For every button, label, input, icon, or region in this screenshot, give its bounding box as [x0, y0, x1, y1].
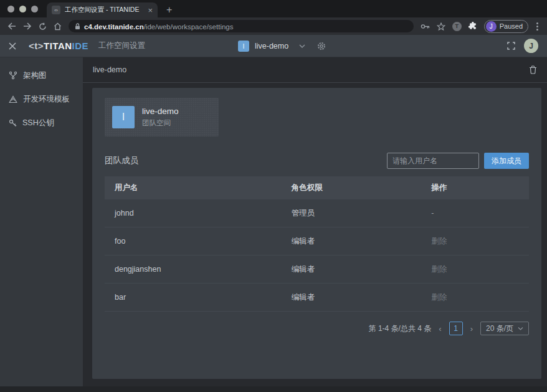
cell-action: -	[431, 209, 529, 218]
workspace-badge: l	[238, 41, 249, 52]
browser-tabstrip: ‹› 工作空间设置 - TITANIDE × +	[0, 0, 547, 17]
page-size-select[interactable]: 20 条/页	[480, 322, 529, 335]
page-size-value: 20 条/页	[486, 323, 513, 334]
team-members-title: 团队成员	[105, 155, 138, 166]
extension-badge-icon[interactable]: T	[452, 22, 462, 31]
sidebar-item-architecture[interactable]: 架构图	[0, 64, 83, 87]
template-icon	[9, 95, 17, 103]
bookmark-star-icon[interactable]	[437, 22, 445, 31]
add-member-button[interactable]: 添加成员	[484, 153, 529, 169]
table-row: dengjianshen 编辑者 删除	[105, 256, 529, 284]
team-members-header: 团队成员 添加成员	[105, 153, 529, 169]
sidebar-item-label: SSH公钥	[22, 118, 54, 128]
lock-icon	[75, 23, 80, 30]
breadcrumb-row: live-demo	[83, 57, 547, 83]
profile-avatar: J	[486, 21, 497, 32]
table-row: bar 编辑者 删除	[105, 284, 529, 312]
app-close-icon[interactable]	[9, 42, 16, 50]
workspace-card-name: live-demo	[142, 107, 179, 116]
main-band: 架构图 开发环境模板 SSH公钥 live-demo	[0, 57, 547, 386]
password-key-icon[interactable]	[421, 24, 430, 29]
pagination-summary: 第 1-4 条/总共 4 条	[369, 323, 432, 334]
home-icon[interactable]	[54, 22, 62, 31]
extensions-puzzle-icon[interactable]	[469, 22, 477, 31]
macos-traffic-lights	[0, 0, 47, 17]
table-header-row: 用户名 角色权限 操作	[105, 176, 529, 199]
sync-paused-label: Paused	[500, 22, 523, 30]
sidebar: 架构图 开发环境模板 SSH公钥	[0, 57, 83, 386]
cell-role: 编辑者	[292, 236, 432, 247]
url-host: c4.dev.titanide.cn	[84, 23, 144, 31]
cell-username: johnd	[105, 209, 292, 218]
workspace-card-text: live-demo 团队空间	[142, 107, 179, 128]
cell-username: foo	[105, 237, 292, 246]
col-header-action: 操作	[431, 183, 529, 193]
app-header: <t>TITANIDE 工作空间设置 l live-demo J	[0, 35, 547, 57]
logo-accent: IDE	[72, 41, 89, 51]
delete-member-link[interactable]: 删除	[431, 292, 529, 303]
next-page-icon[interactable]: ›	[469, 324, 474, 333]
table-row: foo 编辑者 删除	[105, 227, 529, 256]
chevron-down-icon	[518, 327, 523, 330]
key-icon	[9, 119, 17, 127]
cell-role: 管理员	[292, 208, 432, 219]
browser-window: ‹› 工作空间设置 - TITANIDE × + c4.dev.titanide…	[0, 0, 547, 392]
content-area: live-demo l live-demo 团队空间 团队成员	[83, 57, 547, 386]
tab-close-icon[interactable]: ×	[148, 6, 153, 14]
url-path: /ide/web/workspace/settings	[144, 23, 234, 31]
prev-page-icon[interactable]: ‹	[437, 324, 442, 333]
table-row: johnd 管理员 -	[105, 199, 529, 227]
cell-username: bar	[105, 293, 292, 302]
tab-favicon-icon: ‹›	[52, 6, 60, 14]
cell-username: dengjianshen	[105, 265, 292, 274]
sidebar-item-dev-template[interactable]: 开发环境模板	[0, 87, 83, 111]
back-icon[interactable]	[7, 22, 16, 30]
fork-icon	[9, 71, 17, 80]
page-title: 工作空间设置	[98, 41, 145, 51]
forward-icon[interactable]	[23, 22, 32, 30]
window-bottom-strip	[0, 386, 547, 392]
breadcrumb: live-demo	[93, 65, 126, 74]
minimize-window-icon[interactable]	[19, 6, 26, 12]
sidebar-item-label: 开发环境模板	[23, 94, 70, 105]
user-avatar[interactable]: J	[524, 39, 538, 53]
url-text: c4.dev.titanide.cn/ide/web/workspace/set…	[84, 21, 233, 32]
delete-member-link[interactable]: 删除	[431, 236, 529, 247]
logo-prefix: <t>	[29, 41, 44, 51]
browser-profile-chip[interactable]: J Paused	[484, 20, 528, 33]
cell-role: 编辑者	[292, 292, 432, 303]
reload-icon[interactable]	[39, 22, 47, 31]
col-header-role: 角色权限	[292, 183, 432, 193]
col-header-username: 用户名	[105, 183, 292, 193]
browser-toolbar: c4.dev.titanide.cn/ide/web/workspace/set…	[0, 17, 547, 35]
pagination: 第 1-4 条/总共 4 条 ‹ 1 › 20 条/页	[105, 322, 529, 335]
titanide-logo: <t>TITANIDE	[29, 41, 88, 51]
fullscreen-icon[interactable]	[507, 42, 515, 50]
zoom-window-icon[interactable]	[31, 6, 38, 12]
chevron-down-icon[interactable]	[299, 44, 305, 48]
delete-workspace-trash-icon[interactable]	[529, 65, 537, 74]
workspace-switcher[interactable]: l live-demo	[238, 35, 326, 57]
cell-role: 编辑者	[292, 264, 432, 275]
workspace-card-avatar: l	[112, 106, 135, 128]
delete-member-link[interactable]: 删除	[431, 264, 529, 275]
workspace-name: live-demo	[255, 42, 288, 50]
sidebar-item-label: 架构图	[23, 70, 47, 81]
workspace-card-type: 团队空间	[142, 118, 179, 128]
team-members-actions: 添加成员	[387, 153, 529, 169]
workspace-card: l live-demo 团队空间	[105, 98, 219, 136]
url-bar[interactable]: c4.dev.titanide.cn/ide/web/workspace/set…	[69, 20, 414, 32]
close-window-icon[interactable]	[7, 6, 14, 12]
username-input[interactable]	[387, 153, 479, 169]
settings-panel: l live-demo 团队空间 团队成员 添加成员 用户名	[92, 88, 541, 379]
gear-icon[interactable]	[317, 42, 326, 50]
browser-menu-icon[interactable]	[535, 22, 540, 31]
page-number-button[interactable]: 1	[449, 322, 463, 335]
tab-title: 工作空间设置 - TITANIDE	[65, 6, 143, 14]
sidebar-item-ssh-key[interactable]: SSH公钥	[0, 111, 83, 135]
logo-main: TITAN	[44, 41, 72, 51]
browser-tab-active[interactable]: ‹› 工作空间设置 - TITANIDE ×	[47, 2, 158, 17]
members-table: 用户名 角色权限 操作 johnd 管理员 - foo 编辑者 删除	[105, 176, 529, 312]
app-header-right: J	[507, 39, 538, 53]
new-tab-button[interactable]: +	[166, 4, 172, 17]
